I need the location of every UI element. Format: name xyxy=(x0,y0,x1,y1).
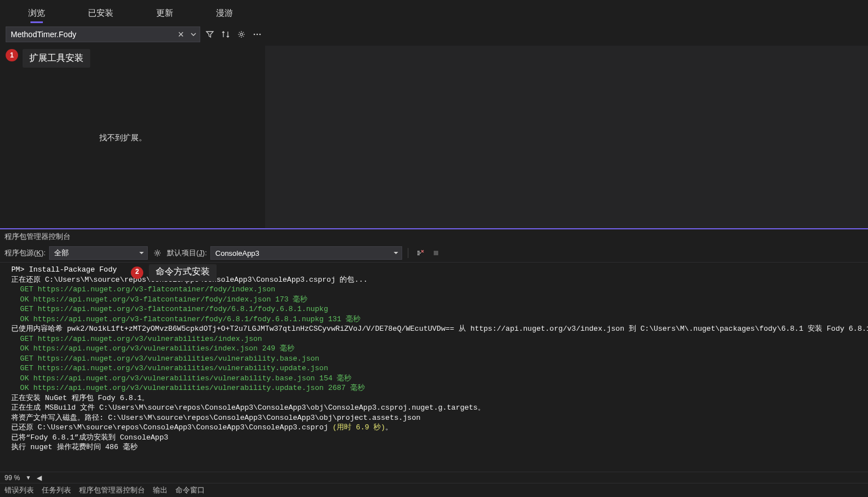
svg-point-4 xyxy=(156,252,158,254)
project-label: 默认项目(J): xyxy=(167,248,207,258)
results-column: 1 扩展工具安装 找不到扩展。 xyxy=(0,46,265,228)
bottom-tab[interactable]: 程序包管理器控制台 xyxy=(79,485,145,495)
tab-updates[interactable]: 更新 xyxy=(135,3,195,23)
tab-browse[interactable]: 浏览 xyxy=(7,3,67,23)
console-line: GET https://api.nuget.org/v3/vulnerabili… xyxy=(11,363,866,374)
content-row: 1 扩展工具安装 找不到扩展。 xyxy=(0,46,868,228)
pmc-toolbar: 程序包源(K): 全部 默认项目(J): ConsoleApp3 xyxy=(0,244,868,263)
toolbar-separator xyxy=(408,248,408,258)
console-line: OK https://api.nuget.org/v3-flatcontaine… xyxy=(11,295,866,305)
console-line: OK https://api.nuget.org/v3/vulnerabilit… xyxy=(11,344,866,354)
source-label: 程序包源(K): xyxy=(5,248,46,258)
console-line: 已还原 C:\Users\M\source\repos\ConsoleApp3\… xyxy=(11,423,866,433)
console-line: GET https://api.nuget.org/v3-flatcontain… xyxy=(11,304,866,314)
source-select[interactable]: 全部 xyxy=(49,246,148,260)
bottom-tab[interactable]: 任务列表 xyxy=(42,485,71,495)
console-line: GET https://api.nuget.org/v3/vulnerabili… xyxy=(11,354,866,364)
svg-point-1 xyxy=(254,34,255,36)
no-extension-text: 找不到扩展。 xyxy=(99,133,147,143)
console-line: 已使用内容哈希 pwk2/No1kL1ft+zMT2yOMvzB6W5cpkdO… xyxy=(11,324,866,334)
annotation-2-group: 2 命令方式安装 xyxy=(131,264,217,281)
stop-icon[interactable] xyxy=(430,247,442,259)
annotation-badge-1: 1 xyxy=(6,49,18,61)
console-output[interactable]: 2 命令方式安装 PM> Install-Package Fody正在还原 C:… xyxy=(0,263,868,472)
bottom-tab[interactable]: 输出 xyxy=(153,485,168,495)
more-icon[interactable] xyxy=(251,28,263,41)
search-row: × xyxy=(0,23,868,46)
annotation-label-1: 扩展工具安装 xyxy=(23,49,90,68)
console-line: OK https://api.nuget.org/v3/vulnerabilit… xyxy=(11,383,866,393)
console-line: 执行 nuget 操作花费时间 486 毫秒 xyxy=(11,442,866,452)
source-settings-icon[interactable] xyxy=(151,247,164,259)
zoom-bar: 99 % ▼ ◀ xyxy=(0,472,868,483)
console-line: OK https://api.nuget.org/v3/vulnerabilit… xyxy=(11,374,866,384)
console-line: 正在安装 NuGet 程序包 Fody 6.8.1。 xyxy=(11,393,866,403)
search-input[interactable] xyxy=(6,30,174,39)
search-dropdown-button[interactable] xyxy=(187,32,200,37)
nuget-manager-panel: 浏览 已安装 更新 漫游 × 1 扩展工具安装 找不到扩展。 xyxy=(0,0,868,228)
project-select[interactable]: ConsoleApp3 xyxy=(210,246,402,260)
annotation-badge-2: 2 xyxy=(131,267,143,279)
annotation-label-2: 命令方式安装 xyxy=(149,264,217,281)
filter-icon[interactable] xyxy=(204,28,216,41)
bottom-tab[interactable]: 命令窗口 xyxy=(175,485,205,495)
scroll-left-icon[interactable]: ◀ xyxy=(37,474,42,482)
svg-rect-5 xyxy=(434,251,438,255)
tab-consolidate[interactable]: 漫游 xyxy=(195,3,254,23)
search-box: × xyxy=(6,26,200,42)
console-line: GET https://api.nuget.org/v3/vulnerabili… xyxy=(11,334,866,344)
detail-column xyxy=(265,46,868,228)
console-line: 正在生成 MSBuild 文件 C:\Users\M\source\repos\… xyxy=(11,403,866,413)
svg-point-0 xyxy=(240,33,243,36)
console-line: 将资产文件写入磁盘。路径: C:\Users\M\source\repos\Co… xyxy=(11,413,866,423)
console-line: 已将“Fody 6.8.1”成功安装到 ConsoleApp3 xyxy=(11,433,866,443)
sort-icon[interactable] xyxy=(219,28,232,41)
svg-point-3 xyxy=(259,34,261,36)
zoom-dropdown-icon[interactable]: ▼ xyxy=(25,474,31,481)
settings-icon[interactable] xyxy=(235,28,248,41)
tab-installed[interactable]: 已安装 xyxy=(67,3,135,23)
bottom-tabs: 错误列表任务列表程序包管理器控制台输出命令窗口 xyxy=(0,483,868,497)
console-line: GET https://api.nuget.org/v3-flatcontain… xyxy=(11,285,866,295)
clear-console-icon[interactable] xyxy=(414,247,426,259)
svg-point-2 xyxy=(257,34,258,36)
nuget-tabs: 浏览 已安装 更新 漫游 xyxy=(0,0,868,23)
bottom-tab[interactable]: 错误列表 xyxy=(5,485,34,495)
pmc-title: 程序包管理器控制台 xyxy=(0,229,868,244)
clear-search-button[interactable]: × xyxy=(174,29,187,39)
zoom-level[interactable]: 99 % xyxy=(5,474,20,482)
console-line: OK https://api.nuget.org/v3-flatcontaine… xyxy=(11,314,866,325)
